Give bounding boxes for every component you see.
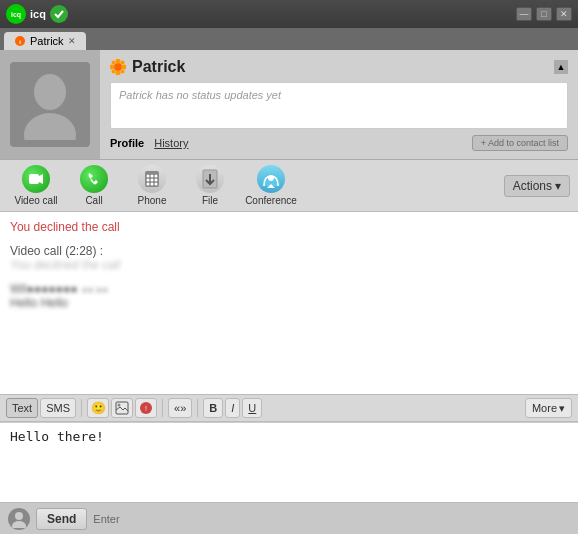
divider-3 [197, 399, 198, 417]
add-contact-button[interactable]: + Add to contact list [472, 135, 568, 151]
profile-name: Patrick [110, 58, 185, 76]
phone-button[interactable]: Phone [124, 164, 180, 208]
svg-rect-15 [29, 174, 39, 184]
divider-1 [81, 399, 82, 417]
file-icon [196, 165, 224, 193]
message-body: Hello Hello [10, 296, 568, 310]
list-item: Wil●●●●●●● ●●:●● Hello Hello [10, 282, 568, 310]
actions-label: Actions [513, 179, 552, 193]
svg-marker-16 [39, 174, 43, 184]
image-button[interactable] [111, 398, 133, 418]
send-button[interactable]: Send [36, 508, 87, 530]
svg-point-13 [112, 70, 116, 74]
status-text: Patrick has no status updates yet [119, 89, 281, 101]
svg-point-12 [121, 61, 125, 65]
window-controls: — □ ✕ [516, 7, 572, 21]
main-content: Patrick ▲ Patrick has no status updates … [0, 50, 578, 534]
emoji-button[interactable]: 🙂 [87, 398, 109, 418]
contact-name: Patrick [132, 58, 185, 76]
conference-label: Conference [245, 195, 297, 206]
svg-point-20 [155, 175, 158, 178]
quote-button[interactable]: «» [168, 398, 192, 418]
actions-button[interactable]: Actions ▾ [504, 175, 570, 197]
svg-point-6 [114, 63, 122, 71]
svg-point-11 [112, 61, 116, 65]
call-label: Call [85, 195, 102, 206]
video-call-icon [22, 165, 50, 193]
sender-name: Wil●●●●●●● [10, 282, 77, 296]
message-input[interactable] [0, 423, 578, 493]
svg-point-26 [155, 183, 158, 186]
svg-point-10 [122, 65, 127, 70]
tab-label: Patrick [30, 35, 64, 47]
chat-area[interactable]: You declined the call Video call (2:28) … [0, 212, 578, 394]
more-button[interactable]: More ▾ [525, 398, 572, 418]
avatar [10, 62, 90, 147]
svg-rect-29 [116, 402, 128, 414]
file-label: File [202, 195, 218, 206]
more-arrow-icon: ▾ [559, 402, 565, 415]
profile-links: Profile History + Add to contact list [110, 135, 568, 151]
input-area [0, 422, 578, 502]
profile-link[interactable]: Profile [110, 137, 144, 149]
message-text: You declined the call [10, 220, 120, 234]
bottom-bar: Send Enter [0, 502, 578, 534]
icq-flower-icon [110, 59, 126, 75]
status-indicator [50, 5, 68, 23]
message-text: Video call (2:28) : [10, 244, 103, 258]
enter-label: Enter [93, 513, 119, 525]
tab-icon: i [14, 35, 26, 47]
call-icon [80, 165, 108, 193]
svg-point-9 [110, 65, 115, 70]
call-button[interactable]: Call [66, 164, 122, 208]
tab-patrick[interactable]: i Patrick ✕ [4, 32, 86, 50]
svg-point-25 [151, 183, 154, 186]
title-bar-left: icq icq [6, 4, 68, 24]
history-link[interactable]: History [154, 137, 188, 149]
minimize-button[interactable]: — [516, 7, 532, 21]
message-subtext: You declined the call [10, 258, 120, 272]
status-box: Patrick has no status updates yet [110, 82, 568, 129]
bold-button[interactable]: B [203, 398, 223, 418]
svg-text:!: ! [145, 405, 147, 412]
more-label: More [532, 402, 557, 414]
maximize-button[interactable]: □ [536, 7, 552, 21]
close-button[interactable]: ✕ [556, 7, 572, 21]
actions-arrow-icon: ▾ [555, 179, 561, 193]
text-mode-button[interactable]: Text [6, 398, 38, 418]
tab-bar: i Patrick ✕ [0, 28, 578, 50]
list-item: You declined the call [10, 220, 568, 234]
title-bar: icq icq — □ ✕ [0, 0, 578, 28]
underline-button[interactable]: U [242, 398, 262, 418]
icq-logo: icq [6, 4, 26, 24]
collapse-button[interactable]: ▲ [554, 60, 568, 74]
app-title: icq [30, 8, 46, 20]
profile-name-row: Patrick ▲ [110, 58, 568, 76]
svg-point-18 [147, 175, 150, 178]
user-avatar [8, 508, 30, 530]
message-timestamp: ●●:●● [81, 284, 108, 295]
svg-point-23 [155, 179, 158, 182]
svg-point-28 [268, 175, 274, 181]
svg-point-8 [116, 71, 121, 76]
video-call-label: Video call [14, 195, 57, 206]
svg-point-5 [24, 113, 76, 140]
avatar-area [0, 50, 100, 159]
svg-point-7 [116, 59, 121, 64]
conference-button[interactable]: Conference [240, 164, 302, 208]
format-bar: Text SMS 🙂 ! «» B I U More ▾ [0, 394, 578, 422]
profile-info: Patrick ▲ Patrick has no status updates … [100, 50, 578, 159]
svg-text:icq: icq [11, 11, 21, 19]
special-icon-button[interactable]: ! [135, 398, 157, 418]
sms-mode-button[interactable]: SMS [40, 398, 76, 418]
svg-point-21 [147, 179, 150, 182]
svg-point-30 [118, 404, 121, 407]
file-button[interactable]: File [182, 164, 238, 208]
italic-button[interactable]: I [225, 398, 240, 418]
svg-point-14 [121, 70, 125, 74]
divider-2 [162, 399, 163, 417]
video-call-button[interactable]: Video call [8, 164, 64, 208]
svg-point-24 [147, 183, 150, 186]
toolbar: Video call Call Phone File Conference [0, 160, 578, 212]
tab-close-icon[interactable]: ✕ [68, 36, 76, 46]
